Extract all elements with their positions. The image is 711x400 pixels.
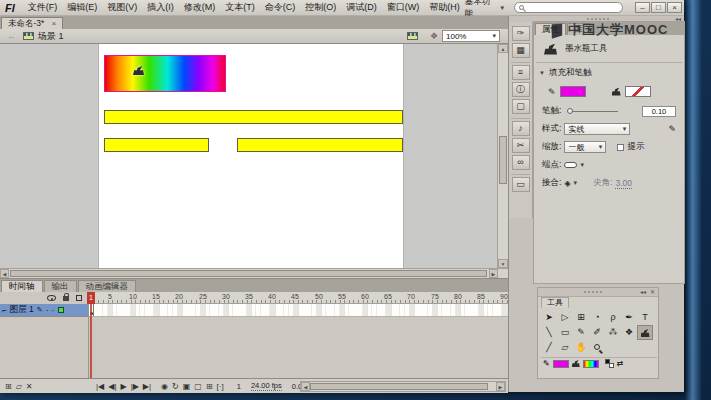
go-to-first-frame-button[interactable]: |◀ <box>96 382 104 391</box>
scroll-down-icon[interactable]: ▼ <box>498 259 508 268</box>
vertical-scroll-thumb[interactable] <box>499 136 507 184</box>
color-panel-icon[interactable]: ✑ <box>512 26 530 41</box>
component-inspector-panel-icon[interactable]: ▭ <box>512 177 530 192</box>
layer-outline-color-swatch[interactable] <box>58 307 64 313</box>
menu-window[interactable]: 窗口(W) <box>382 1 425 14</box>
zoom-tool[interactable] <box>589 340 605 355</box>
menu-view[interactable]: 视图(V) <box>102 1 142 14</box>
info-panel-icon[interactable]: ⓘ <box>512 82 530 97</box>
hinting-checkbox[interactable] <box>617 144 624 151</box>
onion-skin-button[interactable]: ▣ <box>183 382 191 391</box>
modify-markers-button[interactable]: [·] <box>217 382 224 391</box>
fill-stroke-section-header[interactable]: ▼ 填充和笔触 <box>534 63 684 83</box>
eye-icon[interactable] <box>47 295 56 301</box>
deco-tool[interactable]: ❖ <box>621 325 637 340</box>
default-colors-icon[interactable] <box>605 359 614 368</box>
scroll-left-icon[interactable]: ◀ <box>301 382 310 391</box>
lasso-tool[interactable]: ρ <box>605 310 621 325</box>
stroke-value-field[interactable]: 0.10 <box>642 106 676 117</box>
fill-color-swatch[interactable] <box>625 86 651 97</box>
edit-multiple-frames-button[interactable]: ⊞ <box>206 382 213 391</box>
playhead[interactable]: 1 <box>87 292 95 304</box>
pen-tool[interactable]: ✒ <box>621 310 637 325</box>
frame-ruler[interactable]: 1 5 10 15 20 25 30 35 40 45 50 55 60 65 … <box>89 292 508 304</box>
tab-tools[interactable]: 工具 <box>541 297 569 308</box>
layer-row[interactable]: ⌐ 图层 1 ✎ · · <box>0 304 88 317</box>
menu-modify[interactable]: 修改(M) <box>179 1 221 14</box>
text-tool[interactable]: T <box>637 310 653 325</box>
selection-tool[interactable]: ➤ <box>541 310 557 325</box>
play-button[interactable]: ▶ <box>120 382 126 391</box>
edit-stroke-style-icon[interactable]: ✎ <box>668 124 676 134</box>
code-snippets-panel-icon[interactable]: ♪ <box>512 121 530 136</box>
tab-library[interactable]: 库 <box>567 23 590 35</box>
layer-lock-dot[interactable]: · <box>51 305 54 315</box>
menu-commands[interactable]: 命令(C) <box>260 1 301 14</box>
back-arrow-icon[interactable]: ← <box>7 31 16 41</box>
scroll-right-icon[interactable]: ▶ <box>496 382 505 391</box>
outline-icon[interactable] <box>76 295 82 301</box>
hand-tool[interactable]: ✋ <box>573 340 589 355</box>
swap-colors-icon[interactable]: ⇄ <box>617 359 624 368</box>
align-panel-icon[interactable]: ≡ <box>512 65 530 80</box>
stroke-style-select[interactable]: 实线 ▾ <box>564 123 630 135</box>
step-forward-button[interactable]: |▶ <box>131 382 139 391</box>
menu-text[interactable]: 文本(T) <box>220 1 260 14</box>
edit-scene-button[interactable] <box>407 32 422 40</box>
free-transform-tool[interactable]: ⊞ <box>573 310 589 325</box>
scroll-up-icon[interactable]: ▲ <box>498 44 508 53</box>
tab-close-icon[interactable]: × <box>51 19 56 28</box>
yellow-bar-right-shape[interactable] <box>237 138 403 152</box>
close-panel-icon[interactable]: ✕ <box>650 288 655 297</box>
center-frame-button[interactable]: ◉ <box>161 382 168 391</box>
stroke-color-swatch[interactable] <box>553 360 569 368</box>
menu-debug[interactable]: 调试(D) <box>341 1 382 14</box>
cap-style-icon[interactable] <box>564 162 577 168</box>
stroke-color-swatch[interactable] <box>560 86 586 97</box>
line-tool[interactable]: ╲ <box>541 325 557 340</box>
ink-bottle-tool[interactable] <box>637 325 653 340</box>
stage-horizontal-scrollbar[interactable]: ◀ ▶ <box>0 268 508 278</box>
components-panel-icon[interactable]: ✂ <box>512 138 530 153</box>
onion-outline-button[interactable]: ▢ <box>194 382 202 391</box>
stage-pasteboard[interactable]: ▲ ▼ ◀ ▶ <box>0 44 508 278</box>
yellow-bar-long-shape[interactable] <box>104 110 403 124</box>
minimize-button[interactable]: – <box>635 2 650 13</box>
menu-insert[interactable]: 插入(I) <box>142 1 179 14</box>
stage-zoom-select[interactable]: 100% ▾ <box>442 30 500 42</box>
scene-name[interactable]: 场景 1 <box>38 30 64 43</box>
step-back-button[interactable]: ◀| <box>108 382 116 391</box>
horizontal-scroll-thumb[interactable] <box>10 270 487 277</box>
new-folder-button[interactable]: ▱ <box>16 382 22 391</box>
subselection-tool[interactable]: ▷ <box>557 310 573 325</box>
maximize-button[interactable]: □ <box>651 2 666 13</box>
miter-value[interactable]: 3.00 <box>615 178 632 189</box>
layer-frames-strip[interactable] <box>89 304 508 317</box>
scale-select[interactable]: 一般 ▾ <box>564 141 606 153</box>
fill-color-swatch[interactable] <box>583 360 599 368</box>
tab-timeline[interactable]: 时间轴 <box>1 280 43 292</box>
close-button[interactable]: × <box>667 2 682 13</box>
edit-symbols-button[interactable]: ❖ <box>430 31 438 41</box>
go-to-last-frame-button[interactable]: ▶| <box>143 382 151 391</box>
yellow-bar-left-shape[interactable] <box>104 138 209 152</box>
menu-help[interactable]: 帮助(H) <box>424 1 465 14</box>
delete-layer-button[interactable]: ✕ <box>26 382 33 391</box>
brush-tool[interactable]: ✐ <box>589 325 605 340</box>
tab-properties[interactable]: 属性 <box>535 23 566 35</box>
stroke-slider[interactable] <box>568 111 618 112</box>
document-tab[interactable]: 未命名-3* × <box>1 17 63 29</box>
search-input[interactable] <box>514 2 623 13</box>
collapse-panel-icon[interactable]: ◂◂ <box>640 288 646 297</box>
stage-canvas[interactable] <box>98 44 404 268</box>
gradient-rectangle-shape[interactable] <box>104 55 226 92</box>
slider-thumb[interactable] <box>567 108 573 114</box>
eraser-tool[interactable]: ▱ <box>557 340 573 355</box>
scroll-right-icon[interactable]: ▶ <box>489 269 498 278</box>
layer-name[interactable]: 图层 1 <box>10 304 34 316</box>
scroll-left-icon[interactable]: ◀ <box>0 269 9 278</box>
spray-brush-tool[interactable]: ⁂ <box>605 325 621 340</box>
chevron-down-icon[interactable]: ▾ <box>580 161 584 169</box>
tab-output[interactable]: 输出 <box>44 280 77 292</box>
menu-file[interactable]: 文件(F) <box>23 1 63 14</box>
